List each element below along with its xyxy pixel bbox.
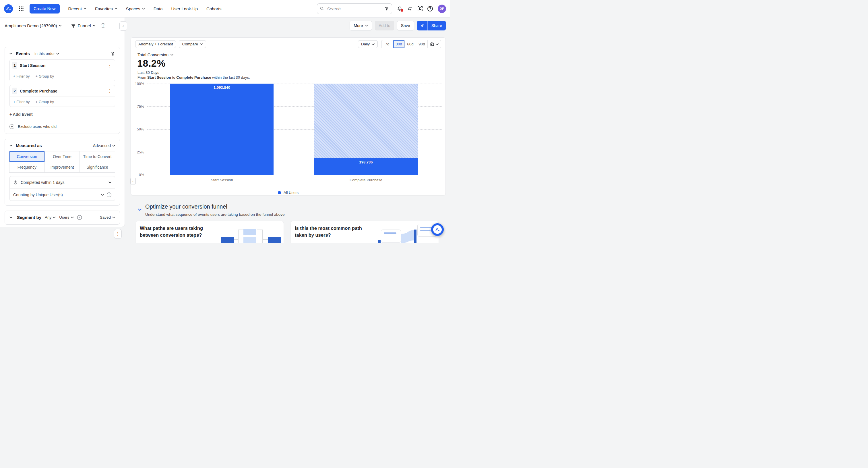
- section-collapse-chevron-icon[interactable]: [138, 209, 142, 211]
- chevron-down-icon: [436, 43, 439, 45]
- segment-info-icon[interactable]: i: [77, 215, 82, 220]
- metric-selector[interactable]: Total Conversion: [137, 53, 174, 57]
- more-label: More: [353, 23, 363, 28]
- user-avatar[interactable]: DP: [438, 5, 446, 13]
- calendar-icon: [430, 42, 434, 46]
- dashboard-frame-icon[interactable]: [417, 6, 423, 11]
- measure-mode-grid: Conversion Over Time Time to Convert Fre…: [9, 151, 115, 173]
- mode-tab-improvement[interactable]: Improvement: [44, 162, 80, 173]
- search-box[interactable]: [317, 3, 392, 14]
- amplitude-wave-icon: [6, 6, 11, 11]
- chart-legend[interactable]: All Users: [131, 191, 445, 195]
- nav-item-data[interactable]: Data: [154, 6, 163, 11]
- funnel-chart-card: Anomaly + Forecast Compare Daily 7d 30d …: [131, 37, 446, 195]
- collapse-chevron-icon[interactable]: [9, 53, 12, 55]
- event-menu-kebab-icon[interactable]: ⋮: [107, 89, 112, 93]
- chevron-down-icon: [142, 8, 145, 9]
- nav-item-cohorts[interactable]: Cohorts: [206, 6, 222, 11]
- add-event-button[interactable]: + Add Event: [9, 112, 115, 117]
- collapse-chevron-icon[interactable]: [9, 216, 12, 218]
- legend-label: All Users: [284, 191, 299, 195]
- exclude-users-button[interactable]: + Exclude users who did: [9, 124, 115, 129]
- counting-by-row[interactable]: Counting by Unique User(s) i: [10, 188, 115, 201]
- journeys-flow-icon[interactable]: [407, 6, 413, 11]
- create-new-button[interactable]: Create New: [30, 4, 60, 13]
- mode-tab-frequency[interactable]: Frequency: [9, 162, 45, 173]
- notifications-bell-icon[interactable]: [397, 6, 402, 11]
- range-60d[interactable]: 60d: [404, 40, 416, 48]
- help-icon[interactable]: ?: [427, 6, 433, 11]
- period-label: Last 30 Days: [137, 70, 159, 75]
- anomaly-forecast-button[interactable]: Anomaly + Forecast: [135, 40, 176, 48]
- add-to-button[interactable]: Add to: [375, 21, 394, 30]
- users-label: Users: [59, 215, 69, 220]
- event-order-selector[interactable]: in this order: [34, 52, 59, 56]
- interactive-demo-pointer-icon[interactable]: [110, 51, 115, 56]
- search-filter-icon[interactable]: [384, 7, 389, 11]
- chevron-down-icon: [84, 8, 86, 9]
- collapse-chevron-icon[interactable]: [9, 145, 12, 147]
- save-button[interactable]: Save: [397, 21, 414, 30]
- sidebar-more-kebab-button[interactable]: ⋮: [114, 229, 122, 239]
- nav-item-favorites[interactable]: Favorites: [95, 6, 117, 11]
- apps-grid-icon[interactable]: [19, 6, 24, 11]
- amplitude-assistant-fab[interactable]: [431, 223, 444, 236]
- event-card-1[interactable]: 1 Start Session ⋮ + Filter by + Group by: [9, 59, 115, 81]
- insights-title: Optimize your conversion funnel: [145, 203, 227, 210]
- mode-tab-significance[interactable]: Significance: [80, 162, 115, 173]
- group-by-link[interactable]: + Group by: [35, 74, 54, 79]
- mode-tab-over-time[interactable]: Over Time: [44, 151, 80, 162]
- filter-by-link[interactable]: + Filter by: [13, 74, 30, 79]
- chevron-down-icon: [71, 216, 74, 218]
- nav-item-user-look-up[interactable]: User Look-Up: [172, 6, 198, 11]
- desc-text: to: [171, 75, 176, 80]
- chevron-down-icon: [59, 25, 62, 26]
- advanced-selector[interactable]: Advanced: [93, 143, 115, 148]
- granularity-selector[interactable]: Daily: [358, 40, 378, 48]
- event-row: 2 Complete Purchase ⋮: [10, 85, 115, 96]
- insight-card-paths[interactable]: What paths are users taking between conv…: [136, 221, 284, 243]
- range-30d[interactable]: 30d: [393, 40, 404, 48]
- segment-any-selector[interactable]: Any: [45, 215, 56, 220]
- funnel-icon: [71, 23, 76, 28]
- saved-segments-selector[interactable]: Saved: [100, 215, 115, 220]
- y-tick: 100%: [131, 82, 144, 86]
- top-nav: Create New Recent Favorites Spaces Data …: [0, 0, 450, 18]
- segment-by-panel: Segment by Any Users i Saved: [5, 211, 120, 225]
- chevron-down-icon: [56, 53, 59, 55]
- range-90d[interactable]: 90d: [416, 40, 427, 48]
- more-button[interactable]: More: [350, 21, 372, 30]
- chart-type-info-icon[interactable]: i: [101, 23, 105, 28]
- filter-by-link[interactable]: + Filter by: [13, 100, 30, 104]
- project-selector[interactable]: Amplitunes Demo (287960): [5, 23, 57, 28]
- mode-tab-time-to-convert[interactable]: Time to Convert: [80, 151, 115, 162]
- compare-button[interactable]: Compare: [179, 40, 206, 48]
- custom-date-picker[interactable]: [427, 40, 441, 48]
- segment-users-selector[interactable]: Users: [59, 215, 73, 220]
- event-name: Start Session: [20, 63, 45, 68]
- group-by-link[interactable]: + Group by: [35, 100, 54, 104]
- nav-item-spaces[interactable]: Spaces: [126, 6, 145, 11]
- funnel-bar-start-session[interactable]: 1,093,840: [170, 84, 274, 175]
- copy-link-button[interactable]: [417, 21, 428, 30]
- amplitude-logo[interactable]: [4, 4, 13, 13]
- share-button[interactable]: Share: [428, 21, 446, 30]
- bar-ghost-area: [314, 84, 418, 158]
- collapse-sidebar-button[interactable]: ‹: [119, 21, 127, 31]
- counting-info-icon[interactable]: i: [107, 193, 112, 197]
- event-menu-kebab-icon[interactable]: ⋮: [107, 63, 112, 67]
- desc-event2: Complete Purchase: [176, 75, 211, 80]
- chart-scroll-left-button[interactable]: ‹: [130, 178, 136, 184]
- conversion-window-row[interactable]: Completed within 1 days: [10, 176, 115, 188]
- chart-type-selector[interactable]: Funnel: [71, 23, 96, 28]
- funnel-bar-complete-purchase[interactable]: 198,736: [314, 84, 418, 175]
- chevron-down-icon: [112, 216, 115, 218]
- search-input[interactable]: [327, 6, 382, 11]
- nav-item-recent[interactable]: Recent: [68, 6, 87, 11]
- insight-card-common-path[interactable]: Is this the most common path taken by us…: [291, 221, 439, 243]
- event-card-2[interactable]: 2 Complete Purchase ⋮ + Filter by + Grou…: [9, 85, 115, 107]
- range-7d[interactable]: 7d: [381, 40, 393, 48]
- mode-tab-conversion[interactable]: Conversion: [9, 151, 45, 162]
- measured-title: Measured as: [16, 143, 42, 148]
- nav-item-label: Recent: [68, 6, 82, 11]
